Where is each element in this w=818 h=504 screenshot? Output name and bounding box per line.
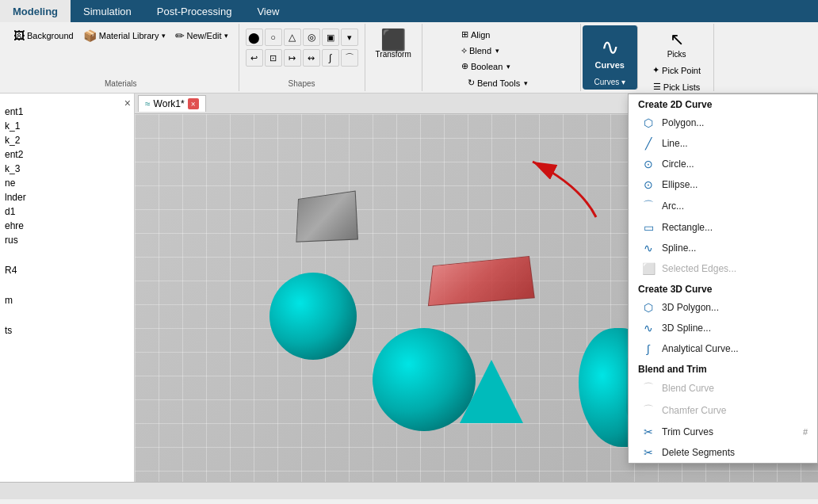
ellipse-label: Ellipse... bbox=[662, 179, 698, 190]
sidebar-item-rus[interactable]: rus bbox=[0, 233, 134, 247]
status-bar bbox=[0, 482, 818, 499]
spline-icon: ∿ bbox=[641, 242, 656, 254]
shape-r5-btn[interactable]: ∫ bbox=[322, 49, 339, 67]
blend-curve-icon: ⌒ bbox=[641, 381, 656, 395]
shape-circle-btn[interactable]: ◎ bbox=[303, 29, 320, 46]
curves-group-bottom-label: Curves ▾ bbox=[594, 74, 625, 86]
sidebar-item-blank3 bbox=[0, 307, 134, 323]
delete-segments-label: Delete Segments bbox=[662, 447, 735, 458]
sidebar-item-r4[interactable]: R4 bbox=[0, 263, 134, 277]
shape-r4-btn[interactable]: ↭ bbox=[303, 49, 320, 67]
tab-modeling[interactable]: Modeling bbox=[0, 0, 71, 22]
shape-r2-btn[interactable]: ⊡ bbox=[265, 49, 282, 67]
viewport-tab[interactable]: ≈ Work1* × bbox=[138, 95, 206, 112]
menu-circle[interactable]: ⊙ Circle... bbox=[629, 154, 817, 174]
sidebar-item-ent1[interactable]: ent1 bbox=[0, 105, 134, 119]
sidebar-item-ehre[interactable]: ehre bbox=[0, 219, 134, 233]
shape-box-btn[interactable]: ▣ bbox=[322, 29, 339, 46]
menu-polygon[interactable]: ⬡ Polygon... bbox=[629, 113, 817, 133]
sidebar-item[interactable] bbox=[0, 94, 134, 105]
tab-simulation[interactable]: Simulation bbox=[71, 0, 144, 22]
sidebar-item-ts[interactable]: ts bbox=[0, 323, 134, 338]
circle-label: Circle... bbox=[662, 158, 694, 170]
polygon-label: Polygon... bbox=[662, 117, 704, 128]
menu-chamfer-curve: ⌒ Chamfer Curve bbox=[629, 399, 817, 422]
viewport-tab-icon: ≈ bbox=[145, 98, 151, 109]
shape-cylinder-btn[interactable]: ⬤ bbox=[246, 29, 263, 46]
menu-3d-polygon[interactable]: ⬡ 3D Polygon... bbox=[629, 297, 817, 318]
sidebar: × ent1 k_1 k_2 ent2 k_3 ne lnder d1 ehre… bbox=[0, 94, 135, 482]
tab-view[interactable]: View bbox=[244, 0, 292, 22]
sidebar-item-blank2 bbox=[0, 277, 134, 293]
3d-polygon-icon: ⬡ bbox=[641, 301, 656, 314]
shape-more-btn[interactable]: ▾ bbox=[341, 29, 358, 46]
blend-button[interactable]: ⟡ Blend ▾ bbox=[457, 43, 514, 58]
tab-postprocessing[interactable]: Post-Processing bbox=[144, 0, 245, 22]
box-object bbox=[296, 191, 358, 242]
shape-r6-btn[interactable]: ⌒ bbox=[341, 49, 358, 67]
ribbon-group-transform: ⬛ Transform bbox=[365, 24, 422, 91]
menu-line[interactable]: ╱ Line... bbox=[629, 133, 817, 154]
menu-delete-segments[interactable]: ✂ Delete Segments bbox=[629, 442, 817, 463]
chamfer-curve-icon: ⌒ bbox=[641, 403, 656, 418]
shape-r3-btn[interactable]: ↦ bbox=[284, 49, 301, 67]
menu-ellipse[interactable]: ⊙ Ellipse... bbox=[629, 174, 817, 195]
bend-tools-icon: ↻ bbox=[468, 78, 475, 88]
sidebar-close-button[interactable]: × bbox=[124, 97, 131, 109]
curves-content: ∿ Curves bbox=[595, 29, 625, 74]
background-button[interactable]: 🖼 Background bbox=[10, 27, 78, 44]
ellipse-icon: ⊙ bbox=[641, 178, 656, 191]
shapes-content: ⬤ ○ △ ◎ ▣ ▾ ↩ ⊡ ↦ ↭ ∫ ⌒ bbox=[246, 27, 358, 76]
sidebar-item-k1[interactable]: k_1 bbox=[0, 119, 134, 133]
sidebar-item-lnder[interactable]: lnder bbox=[0, 190, 134, 204]
curves-button[interactable]: ∿ Curves bbox=[595, 34, 625, 70]
arc-icon: ⌒ bbox=[641, 199, 656, 213]
new-edit-icon: ✏ bbox=[175, 29, 185, 42]
shape-sphere-btn[interactable]: ○ bbox=[265, 29, 282, 46]
menu-arc[interactable]: ⌒ Arc... bbox=[629, 195, 817, 217]
cone-object bbox=[460, 360, 523, 423]
create-3d-header: Create 3D Curve bbox=[629, 279, 817, 297]
shapes-group-label: Shapes bbox=[289, 76, 315, 88]
circle-icon: ⊙ bbox=[641, 158, 656, 170]
pick-lists-button[interactable]: ☰ Pick Lists bbox=[649, 79, 704, 94]
pick-point-button[interactable]: ✦ Pick Point bbox=[648, 63, 705, 78]
viewport-tab-close[interactable]: × bbox=[188, 98, 199, 109]
materials-group-label: Materials bbox=[105, 76, 137, 88]
3d-spline-icon: ∿ bbox=[641, 322, 656, 334]
line-icon: ╱ bbox=[641, 137, 656, 150]
sidebar-item-ne[interactable]: ne bbox=[0, 176, 134, 190]
sidebar-item-m[interactable]: m bbox=[0, 293, 134, 307]
align-button[interactable]: ⊞ Align bbox=[457, 27, 514, 42]
pick-point-icon: ✦ bbox=[652, 65, 659, 75]
analytical-curve-icon: ∫ bbox=[641, 342, 656, 355]
chamfer-curve-label: Chamfer Curve bbox=[662, 405, 726, 416]
menu-spline[interactable]: ∿ Spline... bbox=[629, 238, 817, 258]
viewport-tab-label: Work1* bbox=[154, 98, 185, 109]
polygon-icon: ⬡ bbox=[641, 116, 656, 129]
selected-edges-label: Selected Edges... bbox=[662, 263, 736, 274]
new-edit-button[interactable]: ✏ New/Edit ▾ bbox=[171, 27, 232, 44]
sidebar-item-blank1 bbox=[0, 247, 134, 263]
selected-edges-icon: ⬜ bbox=[641, 262, 656, 275]
material-library-button[interactable]: 📦 Material Library ▾ bbox=[79, 27, 170, 44]
sidebar-item-d1[interactable]: d1 bbox=[0, 204, 134, 219]
trim-curves-shortcut: # bbox=[803, 427, 808, 437]
menu-trim-curves[interactable]: ✂ Trim Curves # bbox=[629, 422, 817, 442]
bend-tools-button[interactable]: ↻ Bend Tools ▾ bbox=[464, 75, 545, 90]
menu-rectangle[interactable]: ▭ Rectangle... bbox=[629, 217, 817, 238]
picks-button[interactable]: ↖ Picks bbox=[663, 27, 690, 61]
ribbon-group-shapes: ⬤ ○ △ ◎ ▣ ▾ ↩ ⊡ ↦ ↭ ∫ ⌒ Shapes bbox=[239, 24, 365, 91]
sidebar-item-k2[interactable]: k_2 bbox=[0, 133, 134, 147]
menu-analytical-curve[interactable]: ∫ Analytical Curve... bbox=[629, 338, 817, 359]
sidebar-item-ent2[interactable]: ent2 bbox=[0, 147, 134, 162]
shape-r1-btn[interactable]: ↩ bbox=[246, 49, 263, 67]
analytical-curve-label: Analytical Curve... bbox=[662, 343, 739, 354]
shape-triangle-btn[interactable]: △ bbox=[284, 29, 301, 46]
trim-curves-label: Trim Curves bbox=[662, 426, 713, 437]
boolean-button[interactable]: ⊕ Boolean ▾ bbox=[457, 59, 514, 74]
menu-3d-spline[interactable]: ∿ 3D Spline... bbox=[629, 318, 817, 338]
transform-button[interactable]: ⬛ Transform bbox=[372, 27, 415, 61]
3d-spline-label: 3D Spline... bbox=[662, 323, 711, 334]
sidebar-item-k3[interactable]: k_3 bbox=[0, 162, 134, 176]
